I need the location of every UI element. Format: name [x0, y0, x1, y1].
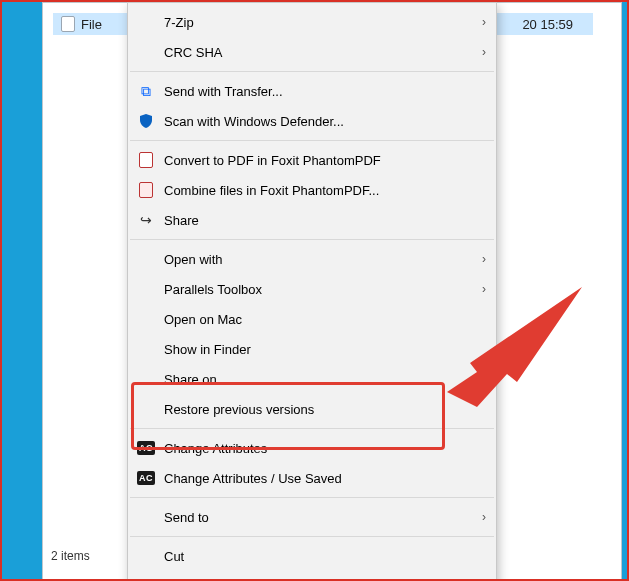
chevron-right-icon: › [472, 282, 486, 296]
menu-item-label: Share on [164, 372, 472, 387]
file-name: File [81, 17, 102, 32]
menu-item-label: Scan with Windows Defender... [164, 114, 472, 129]
blank-icon [136, 576, 156, 581]
menu-item-copy[interactable]: Copy [128, 571, 496, 581]
menu-item-restore-previous-versions[interactable]: Restore previous versions [128, 394, 496, 424]
menu-item-change-attributes-use-saved[interactable]: ACChange Attributes / Use Saved [128, 463, 496, 493]
menu-item-label: Show in Finder [164, 342, 472, 357]
menu-item-label: Cut [164, 549, 472, 564]
menu-item-label: Change Attributes [164, 441, 472, 456]
blank-icon [136, 339, 156, 359]
menu-item-label: Restore previous versions [164, 402, 472, 417]
menu-separator [130, 536, 494, 537]
chevron-right-icon: › [472, 252, 486, 266]
blank-icon [136, 507, 156, 527]
blank-icon [136, 279, 156, 299]
chevron-right-icon: › [472, 45, 486, 59]
menu-item-share-on[interactable]: Share on› [128, 364, 496, 394]
file-date: 20 15:59 [522, 17, 573, 32]
status-bar: 2 items [51, 549, 90, 563]
menu-item-share[interactable]: ↪Share [128, 205, 496, 235]
status-text: 2 items [51, 549, 90, 563]
blank-icon [136, 399, 156, 419]
menu-item-label: Change Attributes / Use Saved [164, 471, 472, 486]
menu-item-label: Convert to PDF in Foxit PhantomPDF [164, 153, 472, 168]
menu-separator [130, 497, 494, 498]
pdf-icon [136, 150, 156, 170]
blank-icon [136, 369, 156, 389]
menu-item-label: Parallels Toolbox [164, 282, 472, 297]
menu-item-label: Open on Mac [164, 312, 472, 327]
menu-item-open-with[interactable]: Open with› [128, 244, 496, 274]
menu-item-combine-files-in-foxit-phantompdf[interactable]: Combine files in Foxit PhantomPDF... [128, 175, 496, 205]
blank-icon [136, 12, 156, 32]
chevron-right-icon: › [472, 15, 486, 29]
menu-item-label: Combine files in Foxit PhantomPDF... [164, 183, 472, 198]
ac-icon: AC [136, 438, 156, 458]
menu-separator [130, 239, 494, 240]
menu-item-convert-to-pdf-in-foxit-phantompdf[interactable]: Convert to PDF in Foxit PhantomPDF [128, 145, 496, 175]
context-menu: 7-Zip›CRC SHA›⧉Send with Transfer...Scan… [127, 2, 497, 581]
menu-item-label: Send with Transfer... [164, 84, 472, 99]
dropbox-icon: ⧉ [136, 81, 156, 101]
ac-icon: AC [136, 468, 156, 488]
menu-item-label: Open with [164, 252, 472, 267]
share-icon: ↪ [136, 210, 156, 230]
menu-item-crc-sha[interactable]: CRC SHA› [128, 37, 496, 67]
menu-item-label: Share [164, 213, 472, 228]
chevron-right-icon: › [472, 510, 486, 524]
pdf2-icon [136, 180, 156, 200]
menu-item-show-in-finder[interactable]: Show in Finder [128, 334, 496, 364]
menu-separator [130, 71, 494, 72]
menu-item-send-to[interactable]: Send to› [128, 502, 496, 532]
menu-item-scan-with-windows-defender[interactable]: Scan with Windows Defender... [128, 106, 496, 136]
menu-separator [130, 140, 494, 141]
file-icon [61, 16, 75, 32]
menu-item-label: CRC SHA [164, 45, 472, 60]
menu-item-label: 7-Zip [164, 15, 472, 30]
blank-icon [136, 309, 156, 329]
menu-item-label: Send to [164, 510, 472, 525]
menu-item-parallels-toolbox[interactable]: Parallels Toolbox› [128, 274, 496, 304]
shield-icon [136, 111, 156, 131]
menu-item-send-with-transfer[interactable]: ⧉Send with Transfer... [128, 76, 496, 106]
menu-separator [130, 428, 494, 429]
menu-item-change-attributes[interactable]: ACChange Attributes [128, 433, 496, 463]
blank-icon [136, 249, 156, 269]
blank-icon [136, 546, 156, 566]
blank-icon [136, 42, 156, 62]
menu-item-7-zip[interactable]: 7-Zip› [128, 7, 496, 37]
chevron-right-icon: › [472, 372, 486, 386]
menu-item-cut[interactable]: Cut [128, 541, 496, 571]
menu-item-open-on-mac[interactable]: Open on Mac [128, 304, 496, 334]
